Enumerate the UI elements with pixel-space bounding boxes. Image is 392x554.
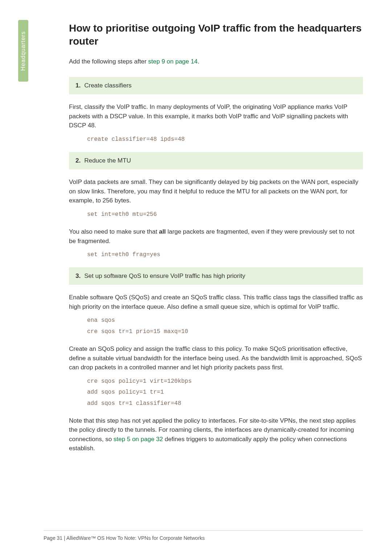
step-3-paragraph-1: Enable software QoS (SQoS) and create an… [69,293,363,311]
step-3-link[interactable]: step 5 on page 32 [114,436,163,443]
intro-link[interactable]: step 9 on page 14 [148,58,197,65]
step-2-paragraph-2: You also need to make sure that all larg… [69,227,363,246]
step-3-label: Set up software QoS to ensure VoIP traff… [84,272,245,279]
step-1-num: 1. [75,82,81,89]
step-2-code-2: set int=eth0 frag=yes [87,249,363,260]
sidebar-tab: Headquarters [18,20,28,82]
step-2-num: 2. [75,157,81,164]
step-3-code-2: cre sqos policy=1 virt=120kbps add sqos … [87,376,363,409]
sidebar-label: Headquarters [20,31,26,71]
step-1-label: Create classifiers [84,82,131,89]
step-3-paragraph-2: Create an SQoS policy and assign the tra… [69,344,363,372]
step-2-header: 2.Reduce the MTU [69,152,363,169]
step-1-paragraph: First, classify the VoIP traffic. In man… [69,102,363,130]
step-3-code-1: ena sqos cre sqos tr=1 prio=15 maxq=10 [87,315,363,337]
page-title: How to prioritise outgoing VoIP traffic … [69,22,363,48]
page-footer: Page 31 | AlliedWare™ OS How To Note: VP… [44,530,363,541]
step-2-label: Reduce the MTU [84,157,131,164]
step-3-header: 3.Set up software QoS to ensure VoIP tra… [69,267,363,285]
intro-post: . [197,58,199,65]
step-3-paragraph-3: Note that this step has not yet applied … [69,416,363,453]
step-2-paragraph-1: VoIP data packets are small. They can be… [69,177,363,205]
step-2-code-1: set int=eth0 mtu=256 [87,209,363,220]
intro-pre: Add the following steps after [69,58,148,65]
step-2-para2-bold: all [159,228,166,235]
step-1-header: 1.Create classifiers [69,77,363,94]
step-1-code: create classifier=48 ipds=48 [87,134,363,145]
intro-paragraph: Add the following steps after step 9 on … [69,57,363,66]
step-2-para2-pre: You also need to make sure that [69,228,159,235]
step-3-num: 3. [75,272,81,279]
